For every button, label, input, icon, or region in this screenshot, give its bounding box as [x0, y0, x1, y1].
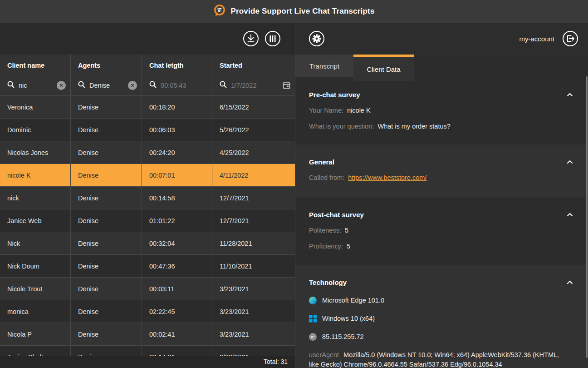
logout-icon[interactable] — [562, 30, 578, 47]
user-agent-row: userAgentMozilla/5.0 (Windows NT 10.0; W… — [309, 350, 570, 368]
tech-item-text: Windows 10 (x64) — [322, 315, 375, 322]
agents-filter: × — [71, 75, 142, 95]
cell-client-name: Janice Web — [0, 209, 71, 232]
app-window: Provide Support Live Chat Transcripts — [0, 0, 588, 368]
table-row[interactable]: Nick Denise 00:32:04 11/28/2021 — [0, 232, 295, 254]
tech-item-text: 85.115.255.72 — [322, 333, 364, 340]
table-row[interactable]: Janice Web Denise 01:01:22 12/7/2021 — [0, 209, 295, 232]
cell-client-name: monica — [0, 300, 71, 323]
section-title: Technology — [309, 278, 347, 286]
cell-agents: Denise — [71, 187, 142, 209]
called-from-link[interactable]: https://www.beststore.com/ — [348, 174, 426, 181]
section-technology: Technology Microsoft Edge 101.0Windows 1… — [295, 265, 588, 368]
table-row[interactable]: Nicola P Denise 00:02:41 3/23/2021 — [0, 323, 295, 345]
transcripts-list-panel: Client name × Agents — [0, 23, 295, 368]
section-pre-chat-survey: Pre-chat survey Your Name:nicole KWhat i… — [295, 77, 588, 144]
cell-agents: Denise — [71, 141, 142, 164]
column-header-agents[interactable]: Agents — [71, 55, 142, 69]
details-panel: my-account Transcript Client Data Pre-ch… — [295, 23, 588, 368]
cell-chat-length: 00:18:20 — [142, 96, 212, 118]
cell-agents: Denise — [71, 300, 142, 323]
tab-client-data[interactable]: Client Data — [353, 55, 414, 81]
edge-browser-icon — [309, 297, 317, 304]
field-value: nicole K — [347, 107, 371, 114]
client-name-filter-input[interactable] — [19, 82, 53, 89]
tech-items: Microsoft Edge 101.0Windows 10 (x64)IP85… — [309, 296, 574, 341]
tech-item: IP85.115.255.72 — [309, 332, 574, 341]
column-header-chat-length[interactable]: Chat letgth — [142, 55, 212, 69]
field-row: Called from:https://www.beststore.com/ — [309, 173, 574, 182]
user-agent-value: Mozilla/5.0 (Windows NT 10.0; Win64; x64… — [309, 351, 559, 368]
agents-filter-input[interactable] — [89, 82, 124, 89]
cell-client-name: nicole K — [0, 164, 71, 186]
cell-started: 12/7/2021 — [212, 209, 295, 232]
table-row[interactable]: nicole K Denise 00:07:01 4/11/2022 — [0, 164, 295, 186]
section-title: Pre-chat survey — [309, 91, 360, 99]
scrollbar[interactable] — [586, 76, 588, 358]
column-header-started[interactable]: Started — [212, 55, 295, 69]
cell-started: 4/25/2022 — [212, 141, 295, 164]
tab-transcript[interactable]: Transcript — [295, 55, 353, 77]
calendar-icon[interactable] — [283, 81, 290, 89]
columns-button[interactable] — [265, 30, 281, 47]
cell-agents: Denise — [71, 232, 142, 254]
user-agent-label: userAgent — [309, 351, 339, 358]
column-started: Started — [212, 55, 295, 95]
chevron-up-icon[interactable] — [566, 210, 574, 219]
details-tabbar: Transcript Client Data — [295, 55, 588, 77]
cell-chat-length: 02:22:45 — [142, 300, 212, 323]
cell-chat-length: 00:24:20 — [142, 141, 212, 164]
column-agents: Agents × — [71, 55, 142, 95]
section-title: Post-chat survey — [309, 211, 364, 219]
cell-agents: Denise — [71, 209, 142, 232]
field-row: Proficiency:5 — [309, 242, 574, 251]
cell-started: 11/10/2021 — [212, 255, 295, 277]
app-header: Provide Support Live Chat Transcripts — [0, 0, 588, 23]
chevron-up-icon[interactable] — [566, 278, 574, 287]
started-filter-input[interactable] — [231, 82, 279, 89]
cell-started: 3/23/2021 — [212, 300, 295, 323]
provide-support-logo-icon — [213, 4, 226, 19]
column-client-name: Client name × — [0, 55, 71, 95]
table-row[interactable]: nick Denise 00:14:58 12/7/2021 — [0, 186, 295, 209]
tech-item-text: Microsoft Edge 101.0 — [322, 297, 384, 304]
field-label: Politeness: — [309, 227, 341, 234]
cell-chat-length: 00:02:41 — [142, 323, 212, 345]
chat-length-filter — [142, 75, 212, 95]
table-row[interactable]: monica Denise 02:22:45 3/23/2021 — [0, 300, 295, 323]
search-icon — [7, 81, 15, 90]
field-value: 5 — [345, 227, 348, 234]
table-body: Veronica Denise 00:18:20 6/15/2022 Domin… — [0, 95, 295, 368]
settings-gear-icon[interactable] — [309, 30, 325, 47]
cell-started: 5/26/2022 — [212, 119, 295, 141]
tech-item: Windows 10 (x64) — [309, 314, 574, 323]
clear-filter-icon[interactable]: × — [128, 81, 137, 90]
cell-client-name: Dominic — [0, 119, 71, 141]
cell-started: 12/7/2021 — [212, 187, 295, 209]
chevron-up-icon[interactable] — [566, 90, 574, 99]
table-row[interactable]: Nicole Trout Denise 00:03:11 3/23/2021 — [0, 277, 295, 300]
cell-agents: Denise — [71, 164, 142, 186]
chat-length-filter-input[interactable] — [161, 82, 207, 89]
download-button[interactable] — [243, 30, 259, 47]
field-label: Called from: — [309, 174, 344, 181]
search-icon — [149, 81, 157, 90]
clear-filter-icon[interactable]: × — [57, 81, 66, 90]
field-value: 5 — [347, 243, 350, 250]
column-header-client-name[interactable]: Client name — [0, 55, 70, 69]
column-chat-length: Chat letgth — [142, 55, 212, 95]
tech-item: Microsoft Edge 101.0 — [309, 296, 574, 305]
windows-os-icon — [309, 315, 317, 323]
account-area: my-account — [519, 23, 578, 55]
chevron-up-icon[interactable] — [566, 158, 574, 166]
cell-chat-length: 01:01:22 — [142, 209, 212, 232]
table-row[interactable]: Veronica Denise 00:18:20 6/15/2022 — [0, 95, 295, 118]
field-label: What is your question: — [309, 123, 374, 130]
field-row: Politeness:5 — [309, 226, 574, 235]
details-toolbar: my-account — [295, 23, 588, 55]
table-row[interactable]: Nick Doum Denise 00:47:36 11/10/2021 — [0, 254, 295, 277]
table-row[interactable]: Dominic Denise 00:06:03 5/26/2022 — [0, 118, 295, 141]
field-label: Proficiency: — [309, 243, 343, 250]
table-row[interactable]: Nicolas Jones Denise 00:24:20 4/25/2022 — [0, 141, 295, 164]
cell-started: 3/23/2021 — [212, 323, 295, 345]
